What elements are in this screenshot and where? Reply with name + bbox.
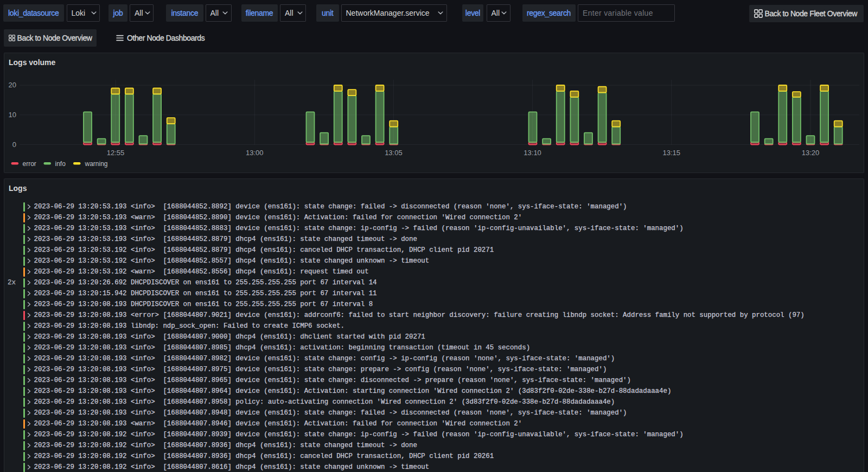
svg-text:13:20: 13:20 [802, 149, 820, 157]
svg-text:warning: warning [85, 160, 108, 168]
svg-text:13:05: 13:05 [385, 149, 403, 157]
svg-text:info: info [55, 160, 66, 168]
svg-text:20: 20 [9, 81, 16, 89]
svg-text:0: 0 [12, 141, 16, 149]
svg-text:error: error [23, 160, 36, 168]
svg-text:12:55: 12:55 [107, 149, 125, 157]
svg-text:13:15: 13:15 [663, 149, 681, 157]
svg-text:13:10: 13:10 [524, 149, 541, 157]
svg-text:13:00: 13:00 [246, 149, 264, 157]
svg-text:10: 10 [9, 111, 16, 119]
